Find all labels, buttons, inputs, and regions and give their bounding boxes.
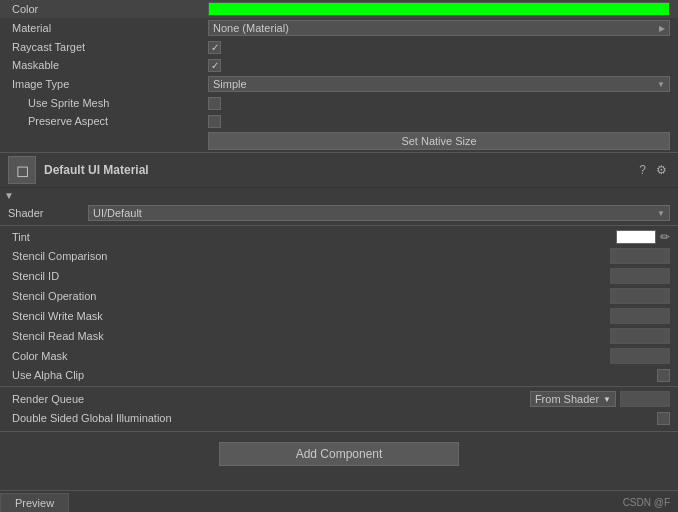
use-alpha-clip-row: Use Alpha Clip [0, 366, 678, 384]
tint-label: Tint [8, 231, 208, 243]
material-dropdown[interactable]: None (Material) ▶ [208, 20, 670, 36]
stencil-write-mask-label: Stencil Write Mask [8, 310, 208, 322]
shader-value[interactable]: UI/Default ▼ [88, 205, 670, 221]
image-type-value[interactable]: Simple ▼ [208, 76, 670, 92]
image-type-label: Image Type [8, 78, 208, 90]
divider-2 [0, 386, 678, 387]
stencil-read-mask-label: Stencil Read Mask [8, 330, 208, 342]
maskable-value [208, 59, 670, 72]
use-alpha-clip-label: Use Alpha Clip [8, 369, 208, 381]
preserve-aspect-value [208, 115, 670, 128]
stencil-comparison-label: Stencil Comparison [8, 250, 208, 262]
raycast-value [208, 41, 670, 54]
use-alpha-clip-value [208, 369, 670, 382]
stencil-operation-value: 0 [208, 288, 670, 304]
expand-arrow[interactable]: ▼ [4, 190, 14, 201]
image-type-row: Image Type Simple ▼ [0, 74, 678, 94]
double-sided-value [208, 412, 670, 425]
render-queue-arrow: ▼ [603, 395, 611, 404]
preserve-aspect-label: Preserve Aspect [8, 115, 208, 127]
maskable-label: Maskable [8, 59, 208, 71]
shader-label: Shader [8, 207, 88, 219]
expand-row: ▼ [0, 188, 678, 203]
raycast-row: Raycast Target [0, 38, 678, 56]
stencil-read-mask-value: 255 [208, 328, 670, 344]
stencil-id-label: Stencil ID [8, 270, 208, 282]
render-queue-row: Render Queue From Shader ▼ 3000 [0, 389, 678, 409]
double-sided-label: Double Sided Global Illumination [8, 412, 208, 424]
use-alpha-clip-checkbox[interactable] [657, 369, 670, 382]
tint-value: ✏ [208, 230, 670, 244]
stencil-operation-label: Stencil Operation [8, 290, 208, 302]
watermark: CSDN @F [623, 497, 670, 508]
material-label: Material [8, 22, 208, 34]
raycast-checkbox[interactable] [208, 41, 221, 54]
use-sprite-row: Use Sprite Mesh [0, 94, 678, 112]
use-sprite-value [208, 97, 670, 110]
shader-dropdown-arrow: ▼ [657, 209, 665, 218]
render-queue-dropdown[interactable]: From Shader ▼ [530, 391, 616, 407]
preview-tab[interactable]: Preview [0, 493, 69, 512]
tint-row: Tint ✏ [0, 228, 678, 246]
shader-row: Shader UI/Default ▼ [0, 203, 678, 223]
set-native-row: Set Native Size [0, 130, 678, 152]
add-component-button[interactable]: Add Component [219, 442, 459, 466]
use-sprite-label: Use Sprite Mesh [8, 97, 208, 109]
section-icons: ? ⚙ [636, 163, 670, 177]
stencil-comparison-input[interactable]: 8 [610, 248, 670, 264]
stencil-operation-input[interactable]: 0 [610, 288, 670, 304]
color-mask-row: Color Mask 15 [0, 346, 678, 366]
set-native-button[interactable]: Set Native Size [208, 132, 670, 150]
double-sided-checkbox[interactable] [657, 412, 670, 425]
add-component-area: Add Component [0, 431, 678, 476]
stencil-id-value: 0 [208, 268, 670, 284]
material-icon: ◻ [8, 156, 36, 184]
stencil-comparison-row: Stencil Comparison 8 [0, 246, 678, 266]
material-section-header: ◻ Default UI Material ? ⚙ [0, 152, 678, 188]
shader-dropdown[interactable]: UI/Default ▼ [88, 205, 670, 221]
render-queue-value: From Shader ▼ 3000 [208, 391, 670, 407]
tint-color-swatch[interactable] [616, 230, 656, 244]
raycast-label: Raycast Target [8, 41, 208, 53]
divider-1 [0, 225, 678, 226]
set-native-value[interactable]: Set Native Size [208, 132, 670, 150]
color-label: Color [8, 3, 208, 15]
stencil-operation-row: Stencil Operation 0 [0, 286, 678, 306]
use-sprite-checkbox[interactable] [208, 97, 221, 110]
material-dropdown-arrow: ▶ [659, 24, 665, 33]
render-queue-label: Render Queue [8, 393, 208, 405]
stencil-write-mask-input[interactable]: 255 [610, 308, 670, 324]
preserve-aspect-row: Preserve Aspect [0, 112, 678, 130]
stencil-id-row: Stencil ID 0 [0, 266, 678, 286]
stencil-read-mask-row: Stencil Read Mask 255 [0, 326, 678, 346]
double-sided-row: Double Sided Global Illumination [0, 409, 678, 427]
color-mask-label: Color Mask [8, 350, 208, 362]
settings-icon[interactable]: ⚙ [653, 163, 670, 177]
stencil-read-mask-input[interactable]: 255 [610, 328, 670, 344]
stencil-write-mask-row: Stencil Write Mask 255 [0, 306, 678, 326]
maskable-checkbox[interactable] [208, 59, 221, 72]
color-bar[interactable] [208, 2, 670, 16]
stencil-comparison-value: 8 [208, 248, 670, 264]
color-mask-value: 15 [208, 348, 670, 364]
color-mask-input[interactable]: 15 [610, 348, 670, 364]
material-row: Material None (Material) ▶ [0, 18, 678, 38]
stencil-write-mask-value: 255 [208, 308, 670, 324]
preview-tab-bar: Preview [0, 490, 678, 512]
material-title: Default UI Material [44, 163, 636, 177]
image-type-dropdown[interactable]: Simple ▼ [208, 76, 670, 92]
tint-eyedropper-icon[interactable]: ✏ [660, 230, 670, 244]
image-type-arrow: ▼ [657, 80, 665, 89]
material-value[interactable]: None (Material) ▶ [208, 20, 670, 36]
color-value[interactable] [208, 2, 670, 16]
render-queue-input[interactable]: 3000 [620, 391, 670, 407]
maskable-row: Maskable [0, 56, 678, 74]
preserve-aspect-checkbox[interactable] [208, 115, 221, 128]
help-icon[interactable]: ? [636, 163, 649, 177]
stencil-id-input[interactable]: 0 [610, 268, 670, 284]
color-row: Color [0, 0, 678, 18]
